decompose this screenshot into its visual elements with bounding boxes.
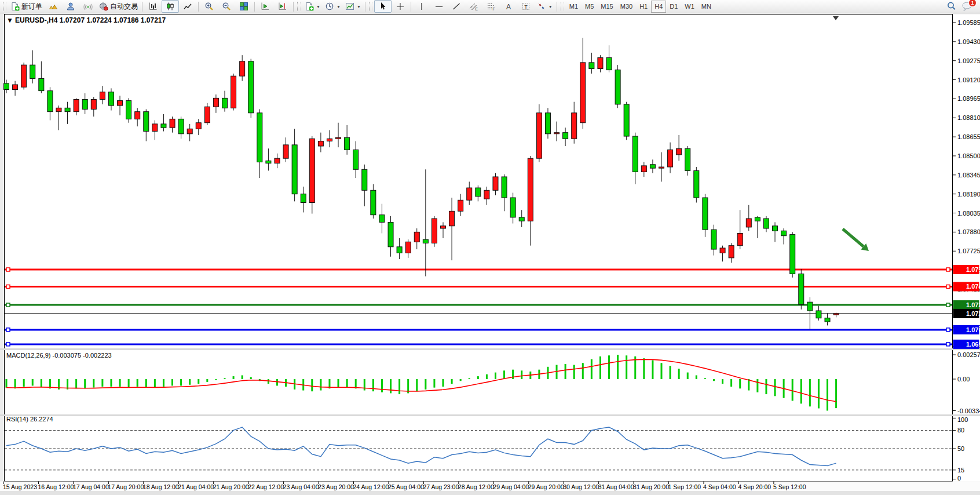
panel-divider[interactable] bbox=[0, 414, 980, 416]
zoom-out-button[interactable] bbox=[218, 0, 235, 13]
timeframe-h4-button[interactable]: H4 bbox=[651, 1, 666, 13]
label-button[interactable]: T bbox=[517, 0, 535, 13]
templates-button[interactable]: ▼ bbox=[343, 0, 363, 13]
candle-body bbox=[423, 239, 428, 243]
support-line-blue-2-handle[interactable] bbox=[6, 343, 10, 346]
time-label: 31 Aug 04:00 bbox=[598, 483, 634, 490]
new-chart-button[interactable]: ▼ bbox=[302, 0, 323, 13]
resistance-line-2-handle[interactable] bbox=[6, 285, 10, 288]
doc-plus-icon bbox=[305, 2, 314, 11]
macd-bar bbox=[268, 379, 269, 384]
symbol-menu-icon[interactable]: ▼ bbox=[6, 16, 13, 24]
timeframe-w1-button[interactable]: W1 bbox=[681, 1, 698, 13]
candle-body bbox=[606, 57, 612, 70]
timeframe-mn-button[interactable]: MN bbox=[698, 1, 715, 13]
doc-plus-icon bbox=[10, 2, 20, 11]
crosshair-button[interactable] bbox=[392, 0, 409, 13]
macd-bar bbox=[346, 379, 348, 388]
autotrading-button[interactable]: 自动交易 bbox=[97, 0, 140, 13]
candlestick-chart-button[interactable] bbox=[162, 0, 179, 13]
timeframe-m15-button[interactable]: M15 bbox=[597, 1, 616, 13]
resistance-line-2-price-text: 1.07436 bbox=[966, 283, 980, 290]
support-line-green-handle[interactable] bbox=[6, 303, 10, 307]
macd-bar bbox=[398, 379, 400, 394]
cursor-button[interactable] bbox=[374, 0, 392, 13]
candle-body bbox=[598, 57, 603, 68]
macd-bar bbox=[189, 379, 191, 385]
time-label: 25 Aug 04:00 bbox=[388, 483, 424, 490]
arrows-button[interactable]: ▼ bbox=[535, 0, 555, 13]
svg-text:A: A bbox=[506, 3, 511, 11]
candle-body bbox=[336, 137, 341, 139]
timeframe-m1-button[interactable]: M1 bbox=[566, 1, 582, 13]
toolbar: 新订单自动交易▼▼▼EFAT▼M1M5M15M30H1H4D1W1MN1 bbox=[0, 0, 980, 13]
line-chart-button[interactable] bbox=[179, 0, 196, 13]
support-line-green-handle[interactable] bbox=[946, 303, 950, 307]
macd-bar bbox=[443, 379, 444, 387]
candle-body bbox=[432, 219, 437, 243]
periods-button[interactable]: ▼ bbox=[323, 0, 343, 13]
candle-body bbox=[397, 247, 402, 253]
candle-body bbox=[615, 70, 620, 104]
chat-icon[interactable]: 1 bbox=[961, 1, 973, 12]
panel-divider[interactable] bbox=[0, 348, 980, 350]
macd-tick-label: 0.002573 bbox=[957, 351, 980, 358]
macd-bar bbox=[233, 376, 235, 379]
bottom-strip bbox=[0, 491, 980, 495]
svg-text:E: E bbox=[475, 7, 478, 11]
notification-badge: 1 bbox=[968, 0, 977, 7]
candle-body bbox=[572, 113, 577, 139]
resistance-line-1-handle[interactable] bbox=[946, 268, 950, 271]
resistance-line-2-handle[interactable] bbox=[946, 285, 950, 288]
zoom-in-button[interactable] bbox=[200, 0, 218, 13]
price-tick-label: 1.07725 bbox=[957, 248, 980, 254]
macd-bar bbox=[503, 370, 505, 379]
tile-windows-button[interactable] bbox=[235, 0, 253, 13]
price-tick-label: 1.08035 bbox=[957, 210, 980, 217]
fibonacci-button[interactable]: F bbox=[482, 0, 500, 13]
macd-bar bbox=[827, 379, 828, 411]
mt4-window: 新订单自动交易▼▼▼EFAT▼M1M5M15M30H1H4D1W1MN1 1.0… bbox=[0, 0, 980, 495]
text-button[interactable]: A bbox=[500, 0, 517, 13]
macd-bar bbox=[835, 379, 837, 408]
candle-body bbox=[510, 198, 515, 217]
signals-icon[interactable] bbox=[79, 0, 97, 13]
candle-body bbox=[222, 98, 228, 108]
macd-bar bbox=[460, 379, 462, 381]
search-icon[interactable] bbox=[946, 1, 957, 12]
chart-window-icon[interactable] bbox=[45, 0, 62, 13]
chart-shift-button[interactable] bbox=[274, 0, 291, 13]
timeframe-d1-button[interactable]: D1 bbox=[666, 1, 681, 13]
candle-body bbox=[388, 222, 393, 246]
vertical-line-button[interactable] bbox=[413, 0, 430, 13]
support-line-blue-1-handle[interactable] bbox=[946, 328, 950, 332]
arrows-icon bbox=[537, 2, 546, 11]
horizontal-line-button[interactable] bbox=[430, 0, 448, 13]
resistance-line-1-handle[interactable] bbox=[6, 268, 10, 271]
main-chart-panel[interactable] bbox=[5, 14, 953, 349]
macd-bar bbox=[224, 378, 226, 379]
chart-canvas[interactable]: 1.095851.094301.092751.091201.089651.088… bbox=[0, 13, 980, 495]
candle-body bbox=[309, 139, 315, 202]
price-tick-label: 1.09120 bbox=[957, 77, 980, 83]
timeframe-m30-button[interactable]: M30 bbox=[617, 1, 636, 13]
macd-bar bbox=[320, 379, 321, 391]
globe-icon bbox=[99, 2, 108, 11]
bar-chart-button[interactable] bbox=[144, 0, 162, 13]
time-label: 16 Aug 12:00 bbox=[38, 483, 74, 490]
candle-body bbox=[178, 119, 184, 133]
channel-button[interactable]: E bbox=[465, 0, 482, 13]
timeframe-m5-button[interactable]: M5 bbox=[582, 1, 597, 13]
macd-bar bbox=[206, 379, 208, 382]
auto-scroll-button[interactable] bbox=[257, 0, 274, 13]
candle-body bbox=[275, 158, 280, 163]
support-line-blue-2-handle[interactable] bbox=[946, 343, 950, 346]
trendline-button[interactable] bbox=[448, 0, 465, 13]
new-order-button[interactable]: 新订单 bbox=[8, 0, 45, 13]
macd-bar bbox=[311, 379, 313, 391]
price-tick-label: 1.09275 bbox=[957, 57, 980, 64]
market-watch-icon[interactable] bbox=[62, 0, 79, 13]
candle-body bbox=[100, 92, 105, 100]
timeframe-h1-button[interactable]: H1 bbox=[636, 1, 651, 13]
support-line-blue-1-handle[interactable] bbox=[6, 328, 10, 332]
